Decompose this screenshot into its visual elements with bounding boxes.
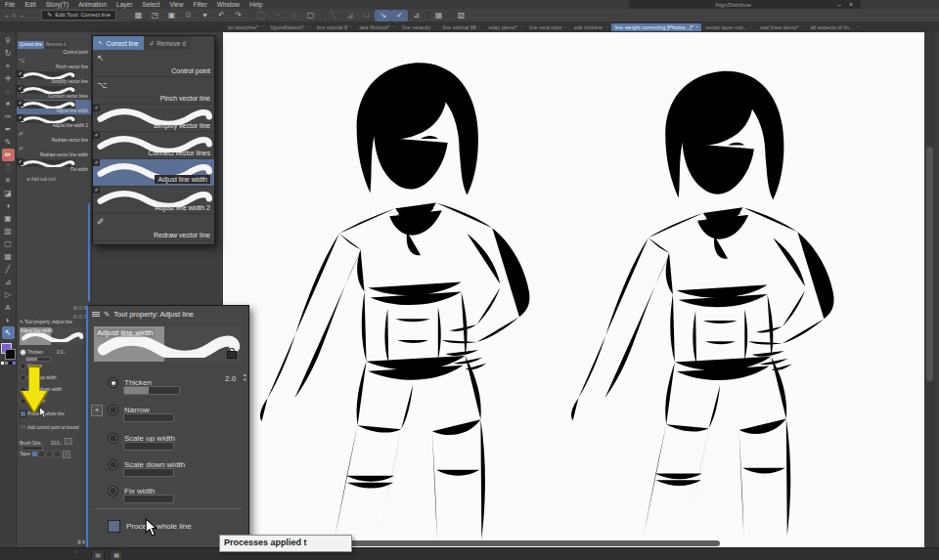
subtool-item-selected[interactable]: ✐Adjust line width: [93, 159, 214, 187]
close-tab-icon[interactable]: ▪: [433, 24, 434, 29]
mini-palette[interactable]: [1, 362, 16, 365]
subtool-item[interactable]: ✐Adjust line width 2: [93, 187, 214, 214]
subtool-item[interactable]: ✐Redraw vector line: [93, 214, 214, 241]
line-tool-icon[interactable]: ╱: [2, 263, 15, 276]
grid-icon[interactable]: ▦: [430, 10, 447, 22]
taper-toggle[interactable]: [54, 451, 61, 457]
subtool-item[interactable]: ✐Fix width: [17, 158, 91, 173]
document-tab[interactable]: line veracity▪: [398, 23, 438, 31]
taper-toggle[interactable]: [46, 451, 53, 457]
brush-size-button[interactable]: [65, 438, 72, 445]
eraser-tool-icon[interactable]: ◪: [2, 187, 15, 199]
subtool-item[interactable]: ⌥Pinch vector line: [17, 56, 91, 70]
process-whole-line-checkbox[interactable]: [108, 520, 120, 533]
crop-icon[interactable]: ▢: [302, 10, 319, 22]
undo-icon[interactable]: ↶: [213, 10, 230, 22]
bucket-icon[interactable]: ⊔: [358, 10, 375, 22]
option-toggle[interactable]: [20, 425, 26, 429]
menu-layer[interactable]: Layer: [116, 1, 132, 8]
close-tab-icon[interactable]: ▪: [857, 24, 858, 29]
subtool-item[interactable]: ✐Redraw vector line: [17, 129, 91, 144]
minimize-button[interactable]: –: [837, 1, 841, 9]
save-icon[interactable]: ▣: [163, 10, 180, 22]
tab-remove[interactable]: ⊿Remove d: [144, 36, 191, 50]
subtool-item[interactable]: ✐Simplify vector line: [93, 105, 214, 132]
close-tab-icon[interactable]: ▪: [393, 24, 394, 29]
eyedropper-tool-icon[interactable]: ✑: [2, 110, 15, 123]
close-tab-icon[interactable]: ▪: [307, 24, 308, 29]
move-tool-icon[interactable]: ⌖: [2, 60, 15, 72]
chevron-down-icon[interactable]: ▾: [197, 10, 213, 22]
snap-to-grid-icon[interactable]: ⊿: [408, 10, 425, 22]
redo-icon[interactable]: ↷: [230, 10, 246, 22]
document-tab[interactable]: relay demo*▪: [484, 23, 525, 31]
deselect-icon[interactable]: ◯: [252, 10, 269, 22]
operation-tool-icon[interactable]: ▷: [2, 288, 15, 301]
background-color-swatch[interactable]: [5, 349, 16, 360]
material-icon[interactable]: ▧: [453, 10, 470, 22]
color-swatches[interactable]: [1, 343, 15, 359]
process-whole-line-checkbox[interactable]: [20, 410, 26, 417]
document-tab[interactable]: line tutorial 88▪: [439, 23, 485, 31]
object-tool-icon[interactable]: ✛: [2, 72, 15, 85]
invert-selection-icon[interactable]: ◇: [286, 10, 302, 22]
workspace-icon[interactable]: ▦: [110, 549, 123, 560]
tab-correct-line[interactable]: ↖Correct line: [93, 36, 144, 50]
panel-header-icons[interactable]: ⊟ ⊡ ⊞: [17, 313, 91, 320]
pencil-tool-icon[interactable]: ✎: [2, 136, 15, 149]
close-tab-icon[interactable]: ▪: [801, 24, 802, 29]
export-icon[interactable]: ⌼: [180, 10, 197, 22]
correct-line-tool-icon-selected[interactable]: ↖: [2, 326, 15, 339]
airbrush-tool-icon[interactable]: ░: [2, 161, 15, 174]
rotate-tool-icon[interactable]: ↻: [2, 47, 15, 60]
value-spinner[interactable]: ▲▼: [243, 373, 246, 382]
fill-tool-icon[interactable]: ▣: [2, 212, 15, 225]
fix-width-slider[interactable]: [123, 495, 174, 503]
menu-story[interactable]: Story(T): [46, 1, 68, 8]
subtool-item[interactable]: ↖Control point: [17, 41, 91, 56]
scrollbar-thumb[interactable]: [88, 203, 90, 301]
toggle-palette-icon[interactable]: ▤: [91, 549, 105, 560]
fix-width-radio[interactable]: [108, 486, 118, 496]
subtool-item[interactable]: ↖Control point: [93, 50, 214, 77]
narrow-radio[interactable]: [20, 363, 26, 369]
taper-expand-button[interactable]: ›: [63, 451, 70, 458]
document-tab[interactable]: all aspects of lin...▪: [807, 23, 862, 31]
taper-toggle[interactable]: [38, 451, 45, 457]
subtool-item-selected[interactable]: ✐Adjust line width: [17, 100, 91, 114]
document-tab[interactable]: line tutorial 8▪: [313, 23, 356, 31]
close-tab-icon[interactable]: ▪: [261, 24, 262, 29]
thicken-radio[interactable]: [108, 377, 118, 388]
canvas-vertical-scrollbar-thumb[interactable]: [926, 147, 933, 381]
wand-tool-icon[interactable]: ✦: [2, 98, 15, 110]
menu-select[interactable]: Select: [142, 1, 159, 8]
reselect-icon[interactable]: ◔: [269, 10, 286, 22]
menu-view[interactable]: View: [169, 1, 183, 8]
snap-to-ruler-icon[interactable]: ↘: [375, 10, 391, 22]
dock-expand-icon[interactable]: «: [21, 13, 23, 19]
taper-toggle[interactable]: [32, 452, 37, 456]
lasso-tool-icon[interactable]: ◌: [2, 85, 15, 98]
thicken-slider[interactable]: [123, 386, 180, 395]
expand-plus-button[interactable]: +: [91, 405, 103, 416]
document-tab[interactable]: edit timeline▪: [570, 23, 611, 31]
add-subtool-button[interactable]: ⊕ Add sub tool: [17, 173, 91, 187]
subtool-item[interactable]: ⌥Pinch vector line: [93, 77, 214, 105]
expand-chevron-icon[interactable]: ⌃: [74, 550, 78, 556]
close-tab-icon[interactable]: ▪: [696, 24, 697, 29]
menu-help[interactable]: Help: [249, 1, 262, 8]
menu-animation[interactable]: Animation: [78, 1, 107, 8]
close-tab-icon[interactable]: ▪: [520, 24, 521, 29]
document-tab[interactable]: vector layer exp...▪: [701, 23, 756, 31]
menu-window[interactable]: Window: [217, 1, 240, 8]
text-tool-icon[interactable]: A: [2, 301, 15, 314]
menu-edit[interactable]: Edit: [24, 1, 35, 8]
close-tab-icon[interactable]: ▪: [751, 24, 752, 29]
decoration-tool-icon[interactable]: ✳: [2, 174, 15, 187]
close-button[interactable]: ×: [849, 1, 853, 9]
scale-up-slider[interactable]: [123, 442, 174, 451]
gradient-tool-icon[interactable]: ▥: [2, 225, 15, 237]
close-tab-icon[interactable]: ▪: [605, 24, 606, 29]
menu-file[interactable]: File: [5, 1, 15, 8]
scale-up-radio[interactable]: [108, 433, 118, 444]
